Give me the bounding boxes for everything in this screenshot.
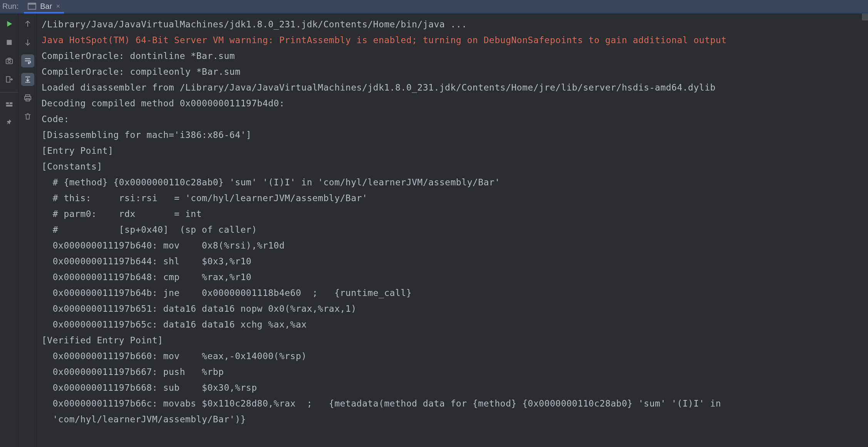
console-line: 0x000000011197b648: cmp %rax,%r10 [42, 269, 864, 285]
svg-rect-7 [6, 104, 12, 106]
down-stack-button[interactable] [21, 36, 34, 49]
console-line: 0x000000011197b667: push %rbp [42, 364, 864, 380]
pin-button[interactable] [3, 116, 16, 129]
svg-point-3 [8, 60, 10, 62]
console-line: [Constants] [42, 159, 864, 175]
close-icon[interactable]: × [56, 2, 60, 10]
tab-bar[interactable]: Bar × [24, 0, 64, 12]
console-line: 0x000000011197b64b: jne 0x00000001118b4e… [42, 285, 864, 301]
console-line: # {method} {0x0000000110c28ab0} 'sum' '(… [42, 175, 864, 190]
scroll-to-end-icon [23, 75, 32, 84]
run-label: Run: [2, 2, 24, 11]
console-line: Decoding compiled method 0x000000011197b… [42, 96, 864, 111]
layout-icon [5, 100, 13, 109]
console-line: 0x000000011197b65c: data16 data16 xchg %… [42, 317, 864, 333]
console-line: Code: [42, 111, 864, 127]
run-actions-gutter [0, 13, 18, 447]
svg-rect-0 [7, 40, 12, 45]
application-icon [28, 3, 36, 10]
stop-button[interactable] [3, 36, 16, 49]
stop-icon [5, 38, 13, 47]
console-line: [Entry Point] [42, 143, 864, 159]
print-button[interactable] [21, 91, 34, 104]
console-actions-gutter [18, 13, 37, 447]
console-line: # parm0: rdx = int [42, 206, 864, 222]
pin-icon [5, 118, 13, 127]
camera-icon [5, 57, 13, 65]
run-panel-body: /Library/Java/JavaVirtualMachines/jdk1.8… [0, 13, 868, 447]
console-output[interactable]: /Library/Java/JavaVirtualMachines/jdk1.8… [37, 13, 868, 447]
layout-button[interactable] [0, 92, 18, 111]
console-line: 0x000000011197b668: sub $0x30,%rsp [42, 380, 864, 396]
console-line: # [sp+0x40] (sp of caller) [42, 222, 864, 238]
up-stack-button[interactable] [21, 17, 34, 30]
svg-rect-5 [6, 102, 8, 104]
console-line: 'com/hyl/learnerJVM/assembly/Bar')} [42, 412, 864, 427]
console-line: /Library/Java/JavaVirtualMachines/jdk1.8… [42, 17, 864, 32]
console-line: CompilerOracle: compileonly *Bar.sum [42, 64, 864, 80]
exit-icon [5, 75, 13, 84]
console-line: 0x000000011197b660: mov %eax,-0x14000(%r… [42, 348, 864, 364]
console-line: Java HotSpot(TM) 64-Bit Server VM warnin… [42, 32, 864, 48]
clear-all-button[interactable] [21, 110, 34, 123]
play-icon [5, 20, 13, 28]
soft-wrap-icon [23, 57, 32, 65]
printer-icon [23, 94, 32, 102]
trash-icon [23, 112, 32, 121]
scroll-to-end-button[interactable] [21, 73, 34, 86]
console-line: [Verified Entry Point] [42, 333, 864, 348]
console-line: # this: rsi:rsi = 'com/hyl/learnerJVM/as… [42, 190, 864, 206]
console-line: 0x000000011197b644: shl $0x3,%r10 [42, 254, 864, 269]
dump-threads-button[interactable] [3, 54, 16, 67]
console-line: Loaded disassembler from /Library/Java/J… [42, 80, 864, 96]
tab-label: Bar [40, 2, 52, 11]
run-panel-header: Run: Bar × [0, 0, 868, 13]
arrow-up-icon [23, 20, 32, 28]
console-line: [Disassembling for mach='i386:x86-64'] [42, 127, 864, 143]
svg-rect-6 [9, 102, 12, 104]
soft-wrap-button[interactable] [21, 54, 34, 67]
rerun-button[interactable] [3, 17, 16, 30]
console-line: 0x000000011197b651: data16 data16 nopw 0… [42, 301, 864, 317]
svg-rect-4 [6, 77, 10, 82]
console-line: 0x000000011197b640: mov 0x8(%rsi),%r10d [42, 238, 864, 254]
svg-rect-9 [24, 96, 31, 99]
console-line: CompilerOracle: dontinline *Bar.sum [42, 48, 864, 64]
exit-button[interactable] [3, 73, 16, 86]
arrow-down-icon [23, 38, 32, 47]
console-line: 0x000000011197b66c: movabs $0x110c28d80,… [42, 396, 864, 412]
